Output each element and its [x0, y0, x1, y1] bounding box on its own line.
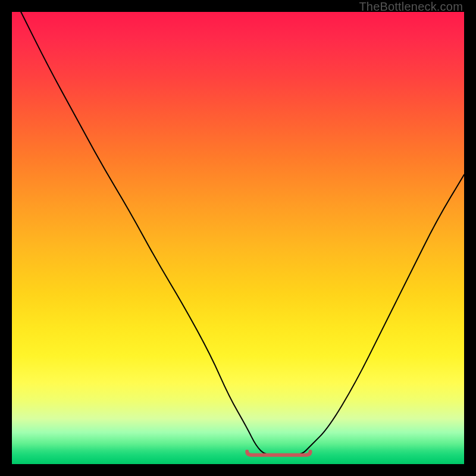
bottleneck-curve	[21, 12, 464, 455]
optimal-range-marker	[247, 452, 310, 455]
plot-area	[12, 12, 464, 464]
watermark-text: TheBottleneck.com	[359, 0, 463, 14]
curve-layer	[12, 12, 464, 464]
chart-frame: TheBottleneck.com	[0, 0, 476, 476]
